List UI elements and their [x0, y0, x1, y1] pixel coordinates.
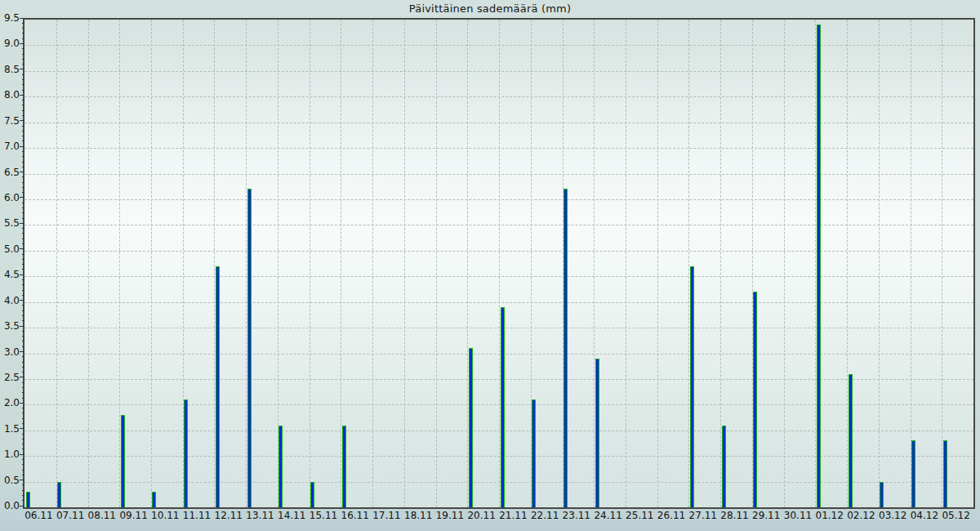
y-axis-minor-tick [22, 84, 24, 85]
y-axis-minor-tick [22, 336, 24, 337]
gridline-vertical [436, 20, 437, 507]
y-axis-major-tick [20, 351, 24, 352]
y-axis-minor-tick [22, 187, 24, 188]
y-axis-minor-tick [22, 423, 24, 424]
y-axis-minor-tick [22, 233, 24, 234]
y-axis-tick-label: 5.0 [0, 243, 20, 255]
y-axis-minor-tick [22, 341, 24, 341]
chart-title: Päivittäinen sademäärä (mm) [0, 2, 980, 15]
y-axis-tick-label: 8.0 [0, 89, 20, 100]
y-axis-tick-label: 7.5 [0, 115, 20, 127]
y-axis-minor-tick [22, 484, 24, 485]
y-axis-minor-tick [22, 79, 24, 80]
y-axis-tick-label: 5.5 [0, 217, 20, 229]
y-axis-tick-label: 9.0 [0, 38, 20, 49]
y-axis-major-tick [20, 18, 24, 19]
y-axis-minor-tick [22, 115, 24, 116]
rain-bar [152, 492, 156, 507]
y-axis-major-tick [20, 403, 24, 404]
rain-bar [595, 359, 599, 507]
y-axis-minor-tick [22, 362, 24, 363]
y-axis-minor-tick [22, 290, 24, 291]
rain-bar [690, 266, 694, 507]
y-axis-tick-label: 6.5 [0, 167, 20, 178]
gridline-vertical [784, 20, 785, 507]
rain-bar [310, 482, 314, 507]
gridline-vertical [88, 20, 89, 507]
y-axis-minor-tick [22, 459, 24, 460]
y-axis-minor-tick [22, 131, 24, 132]
y-axis-minor-tick [22, 48, 24, 49]
y-axis-major-tick [20, 274, 24, 275]
y-axis-minor-tick [22, 100, 24, 100]
y-axis-tick-label: 3.0 [0, 346, 20, 358]
rain-bar [342, 426, 346, 508]
y-axis-major-tick [20, 377, 24, 377]
y-axis-tick-label: 2.5 [0, 372, 20, 383]
y-axis-tick-label: 3.5 [0, 320, 20, 332]
y-axis-minor-tick [22, 367, 24, 368]
y-axis-minor-tick [22, 392, 24, 393]
y-axis-major-tick [20, 197, 24, 198]
y-axis-minor-tick [22, 212, 24, 213]
y-axis-minor-tick [22, 475, 24, 475]
y-axis-minor-tick [22, 192, 24, 193]
y-axis-minor-tick [22, 23, 24, 24]
y-axis-minor-tick [22, 346, 24, 347]
y-axis-minor-tick [22, 64, 24, 65]
y-axis-minor-tick [22, 387, 24, 388]
y-axis-minor-tick [22, 228, 24, 229]
rain-bar [57, 482, 61, 507]
y-axis-major-tick [20, 43, 24, 44]
y-axis-major-tick [20, 480, 24, 480]
y-axis-minor-tick [22, 33, 24, 33]
y-axis-minor-tick [22, 59, 24, 60]
y-axis-minor-tick [22, 356, 24, 357]
gridline-vertical [310, 20, 310, 507]
gridline-vertical [626, 20, 626, 507]
gridline-vertical [404, 20, 405, 507]
y-axis-minor-tick [22, 239, 24, 239]
y-axis-minor-tick [22, 444, 24, 444]
y-axis-major-tick [20, 300, 24, 301]
y-axis-tick-label: 9.5 [0, 12, 20, 24]
rain-bar [943, 440, 947, 507]
rain-bar [278, 426, 283, 508]
y-axis-minor-tick [22, 470, 24, 471]
y-axis-minor-tick [22, 320, 24, 321]
y-axis-minor-tick [22, 310, 24, 311]
y-axis-tick-label: 7.0 [0, 141, 20, 152]
y-axis-minor-tick [22, 74, 24, 75]
gridline-vertical [657, 20, 658, 507]
y-axis-major-tick [20, 506, 24, 506]
gridline-vertical [879, 20, 880, 507]
y-axis-minor-tick [22, 176, 24, 177]
y-axis-major-tick [20, 223, 24, 224]
y-axis-minor-tick [22, 254, 24, 255]
y-axis-minor-tick [22, 500, 24, 501]
plot-area [23, 18, 975, 509]
y-axis-minor-tick [22, 218, 24, 219]
rain-bar [184, 399, 188, 507]
y-axis-major-tick [20, 95, 24, 96]
y-axis-major-tick [20, 428, 24, 429]
rain-bar [532, 399, 536, 507]
y-axis-minor-tick [22, 167, 24, 167]
y-axis-minor-tick [22, 434, 24, 435]
rain-bar [501, 307, 505, 507]
y-axis-tick-label: 0.5 [0, 475, 20, 486]
rain-bar [817, 25, 821, 507]
gridline-vertical [372, 20, 373, 507]
y-axis-major-tick [20, 326, 24, 327]
gridline-vertical [56, 20, 57, 507]
y-axis-minor-tick [22, 439, 24, 440]
rain-bar [753, 292, 757, 507]
y-axis-minor-tick [22, 315, 24, 316]
gridline-vertical [942, 20, 942, 507]
gridline-vertical [151, 20, 152, 507]
y-axis-minor-tick [22, 38, 24, 39]
y-axis-minor-tick [22, 464, 24, 465]
y-axis-tick-label: 4.0 [0, 295, 20, 306]
rain-bar [469, 348, 473, 507]
y-axis-minor-tick [22, 156, 24, 157]
